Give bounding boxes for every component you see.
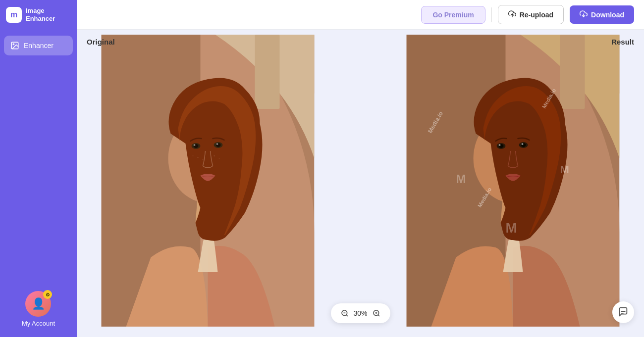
sidebar: m Image Enhancer Enhancer 👤 ⚙ My Account bbox=[0, 0, 77, 337]
svg-point-18 bbox=[214, 155, 215, 156]
svg-rect-6 bbox=[255, 35, 280, 109]
account-badge: ⚙ bbox=[43, 290, 52, 299]
app-logo: m Image Enhancer bbox=[0, 0, 77, 30]
zoom-controls: 30% bbox=[331, 303, 390, 323]
original-image bbox=[102, 35, 315, 327]
svg-text:M: M bbox=[456, 172, 466, 186]
svg-point-15 bbox=[198, 157, 199, 158]
download-icon bbox=[580, 10, 588, 19]
avatar: 👤 ⚙ bbox=[25, 291, 51, 317]
sidebar-item-enhancer[interactable]: Enhancer bbox=[4, 36, 73, 55]
logo-icon: m bbox=[6, 7, 22, 23]
avatar-icon: 👤 bbox=[32, 297, 45, 310]
app-title: Image Enhancer bbox=[26, 7, 55, 22]
feedback-icon bbox=[618, 307, 629, 318]
svg-line-40 bbox=[346, 315, 348, 316]
svg-point-30 bbox=[521, 144, 523, 145]
go-premium-button[interactable]: Go Premium bbox=[421, 6, 485, 24]
zoom-in-icon bbox=[373, 309, 380, 317]
sidebar-nav: Enhancer bbox=[0, 32, 77, 59]
feedback-button[interactable] bbox=[612, 301, 634, 323]
result-panel: Result bbox=[361, 30, 644, 337]
original-label: Original bbox=[87, 38, 115, 46]
reupload-button[interactable]: Re-upload bbox=[498, 5, 564, 24]
main-content: Go Premium Re-upload Download bbox=[77, 0, 644, 337]
svg-rect-22 bbox=[560, 35, 585, 109]
svg-text:M: M bbox=[560, 163, 569, 176]
download-button[interactable]: Download bbox=[570, 5, 634, 24]
svg-point-1 bbox=[13, 44, 14, 45]
header-divider bbox=[491, 7, 492, 22]
svg-point-27 bbox=[498, 144, 500, 146]
account-label: My Account bbox=[22, 320, 55, 327]
svg-point-11 bbox=[194, 144, 196, 146]
zoom-out-icon bbox=[341, 309, 349, 317]
result-label: Result bbox=[611, 38, 634, 46]
original-panel: Original bbox=[77, 30, 361, 337]
svg-line-43 bbox=[378, 315, 379, 316]
enhancer-icon bbox=[10, 41, 20, 50]
header: Go Premium Re-upload Download bbox=[77, 0, 644, 30]
result-image: Media.io Media.io Media.io M M M bbox=[406, 35, 619, 327]
svg-point-19 bbox=[219, 158, 220, 159]
zoom-in-button[interactable] bbox=[370, 306, 383, 320]
comparison-area: Original bbox=[77, 30, 644, 337]
original-bg: Original bbox=[77, 30, 361, 337]
svg-point-14 bbox=[216, 144, 218, 145]
account-section[interactable]: 👤 ⚙ My Account bbox=[22, 291, 55, 327]
svg-point-16 bbox=[203, 159, 204, 160]
svg-text:M: M bbox=[505, 220, 517, 236]
svg-point-17 bbox=[193, 155, 194, 156]
upload-icon bbox=[508, 10, 516, 19]
zoom-out-button[interactable] bbox=[338, 306, 352, 320]
sidebar-item-label: Enhancer bbox=[24, 42, 54, 49]
zoom-value: 30% bbox=[352, 309, 370, 317]
svg-rect-7 bbox=[285, 35, 315, 94]
